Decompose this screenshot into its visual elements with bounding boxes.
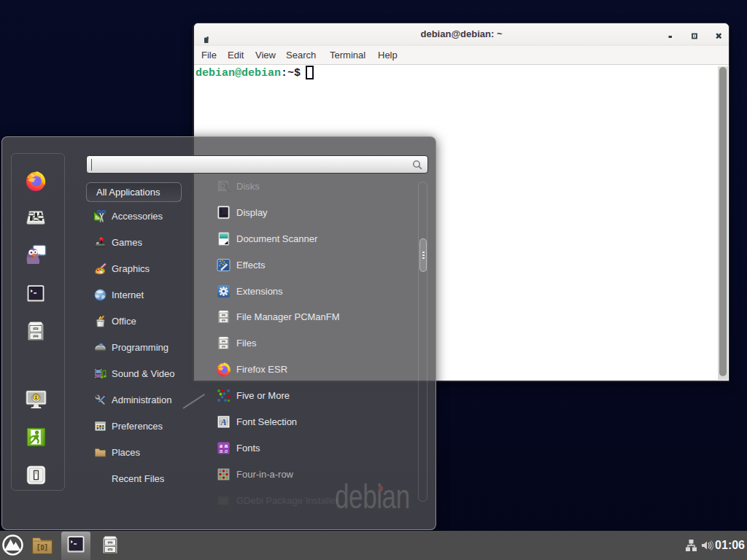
svg-text:a: a — [220, 448, 223, 454]
svg-text:a: a — [225, 448, 228, 454]
svg-text:A: A — [220, 417, 226, 427]
